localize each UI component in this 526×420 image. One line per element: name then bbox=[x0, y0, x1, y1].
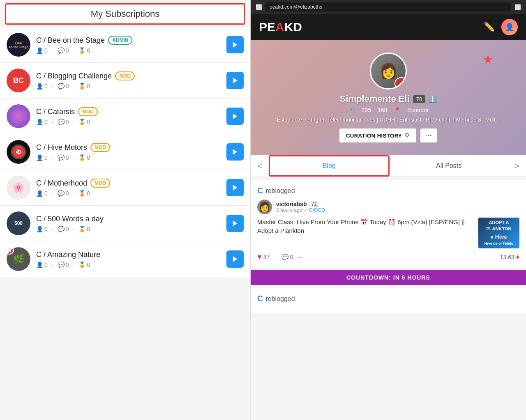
community-item-amazing-nature: 🌿 6 C / Amazing Nature 👤 0 · 💬 bbox=[0, 241, 250, 277]
rewards-count: 0 bbox=[87, 154, 90, 161]
comment-button[interactable]: 💬 0 bbox=[281, 254, 293, 260]
community-stats: 👤 0 · 💬 0 · 🏅 0 bbox=[36, 154, 221, 161]
community-name[interactable]: C / Amazing Nature bbox=[36, 250, 100, 259]
community-name[interactable]: C / Blogging Challenge bbox=[36, 72, 112, 80]
info-icon[interactable]: ℹ️ bbox=[429, 95, 437, 103]
community-info-blogging: C / Blogging Challenge MOD 👤 0 · 💬 0 · bbox=[36, 71, 221, 90]
rewards-stat: 🏅 0 bbox=[78, 119, 90, 125]
profile-avatar[interactable]: 👩 bbox=[370, 53, 407, 90]
community-navigate-button[interactable] bbox=[226, 36, 244, 53]
svg-marker-0 bbox=[233, 42, 238, 48]
comments-icon: 💬 bbox=[58, 190, 65, 197]
community-avatar-bee[interactable]: Bee on the Stage bbox=[7, 33, 30, 57]
ellipsis-icon: ··· bbox=[298, 254, 303, 260]
community-stats: 👤 0 · 💬 0 · 🏅 0 bbox=[36, 226, 221, 232]
svg-marker-4 bbox=[233, 185, 238, 190]
star-decoration: ★ bbox=[483, 53, 493, 66]
comments-stat: 💬 0 bbox=[58, 190, 69, 197]
comments-icon: 💬 bbox=[58, 154, 65, 161]
community-name[interactable]: C / Motherhood bbox=[36, 179, 87, 188]
profile-center: 👩 Simplemente Eli 70 ℹ️ 🔗 295 168 📍 Ecua… bbox=[259, 53, 518, 142]
community-stats: 👤 0 · 💬 0 · 🏅 0 bbox=[36, 262, 221, 268]
rewards-stat: 🏅 0 bbox=[78, 154, 90, 161]
browser-bar: ⬜ peakd.com/@elizabeths ⬜ bbox=[251, 0, 526, 14]
profile-tabs: < Blog All Posts > bbox=[251, 155, 526, 177]
post-community[interactable]: C/OCD bbox=[309, 207, 325, 213]
comments-stat: 💬 0 bbox=[58, 47, 69, 54]
community-navigate-button[interactable] bbox=[226, 72, 244, 89]
location: Ecuador bbox=[407, 107, 429, 113]
members-stat: 👤 0 bbox=[36, 226, 48, 232]
more-actions-button[interactable]: ··· bbox=[298, 254, 303, 260]
community-list: Bee on the Stage C / Bee on the Stage AD… bbox=[0, 27, 250, 420]
peakd-logo: PEAKD bbox=[259, 20, 302, 34]
community-name-row: C / Bee on the Stage ADMIN bbox=[36, 36, 221, 45]
browser-icon: ⬜ bbox=[256, 4, 262, 10]
url-bar[interactable]: peakd.com/@elizabeths bbox=[265, 2, 511, 11]
post-thumbnail[interactable]: ADOPT A PLANKTON ♦ Hive Hive de el Teléf… bbox=[478, 218, 519, 248]
members-stat: 👤 0 bbox=[36, 154, 48, 161]
tab-all-posts[interactable]: All Posts bbox=[390, 156, 508, 175]
comments-count: 0 bbox=[66, 47, 69, 54]
comments-count: 0 bbox=[66, 262, 69, 268]
curation-history-button[interactable]: CURATION HISTORY ♡ bbox=[339, 129, 416, 142]
members-count: 0 bbox=[44, 47, 48, 54]
secondary-avatar bbox=[394, 77, 407, 90]
community-name[interactable]: C / Hive Motors bbox=[36, 143, 87, 152]
community-name-row: C / Amazing Nature bbox=[36, 250, 221, 259]
community-badge: MOD bbox=[90, 179, 110, 188]
members-stat: 👤 0 bbox=[36, 190, 48, 197]
community-avatar-blogging[interactable]: BC bbox=[7, 69, 30, 92]
svg-marker-1 bbox=[233, 78, 238, 83]
more-options-button[interactable]: ··· bbox=[420, 129, 437, 142]
comments-count: 0 bbox=[66, 154, 69, 161]
tab-next-button[interactable]: > bbox=[508, 156, 526, 176]
author-name[interactable]: victoriabsb bbox=[276, 201, 307, 207]
comments-stat: 💬 0 bbox=[58, 226, 69, 232]
community-avatar-500words[interactable]: 500 bbox=[7, 211, 30, 235]
community-avatar-hive-motors[interactable]: ⚙ bbox=[7, 140, 30, 164]
comments-stat: 💬 0 bbox=[58, 262, 69, 268]
like-count: 87 bbox=[263, 254, 270, 260]
reward-amount: 13.63 bbox=[500, 254, 514, 260]
profile-banner: ★ 👩 Simplemente Eli 70 ℹ️ 🔗 295 168 📍 Ec… bbox=[251, 40, 526, 155]
author-avatar[interactable]: 👩 bbox=[257, 200, 272, 214]
community-avatar-motherhood[interactable]: 🌸 bbox=[7, 176, 30, 200]
community-stats: 👤 0 · 💬 0 · 🏅 0 bbox=[36, 83, 221, 90]
community-navigate-button[interactable] bbox=[226, 143, 244, 161]
reblog-icon: C bbox=[257, 186, 263, 195]
edit-icon[interactable]: ✏️ bbox=[484, 22, 495, 32]
community-item-bee: Bee on the Stage C / Bee on the Stage AD… bbox=[0, 27, 250, 63]
tab-prev-button[interactable]: < bbox=[251, 156, 269, 176]
community-name-row: C / Hive Motors MOD bbox=[36, 143, 221, 152]
rewards-icon: 🏅 bbox=[78, 47, 85, 54]
left-panel: My Subscriptions Bee on the Stage C / Be… bbox=[0, 0, 251, 420]
community-navigate-button[interactable] bbox=[226, 108, 244, 125]
svg-marker-3 bbox=[233, 149, 238, 155]
community-avatar-catarsis[interactable] bbox=[7, 104, 30, 128]
svg-marker-6 bbox=[233, 256, 238, 262]
members-icon: 👤 bbox=[36, 83, 43, 90]
community-navigate-button[interactable] bbox=[226, 250, 244, 268]
community-name[interactable]: C / Bee on the Stage bbox=[36, 36, 105, 45]
user-avatar-small[interactable]: 👤 bbox=[501, 19, 518, 35]
community-navigate-button[interactable] bbox=[226, 179, 244, 196]
post-title[interactable]: Master Class: Hive From Your Phone 📅 Tod… bbox=[257, 218, 473, 235]
heart-icon: ♥ bbox=[257, 252, 262, 261]
time-ago: 3 hours ago bbox=[276, 207, 302, 213]
rewards-icon: 🏅 bbox=[78, 154, 85, 161]
community-name[interactable]: C / 500 Words a day bbox=[36, 215, 104, 223]
reblogged-label: C reblogged bbox=[257, 186, 519, 195]
community-stats: 👤 0 · 💬 0 · 🏅 0 bbox=[36, 119, 221, 125]
community-name[interactable]: C / Catarsis bbox=[36, 108, 75, 116]
community-item-motherhood: 🌸 C / Motherhood MOD 👤 0 · 💬 0 bbox=[0, 170, 250, 206]
tab-blog[interactable]: Blog bbox=[269, 155, 390, 177]
curation-btn-label: CURATION HISTORY bbox=[346, 133, 402, 139]
community-avatar-amazing-nature[interactable]: 🌿 6 bbox=[7, 247, 30, 271]
reblogged-label-2: C reblogged bbox=[257, 294, 519, 303]
like-button[interactable]: ♥ 87 bbox=[257, 252, 270, 261]
comments-count: 0 bbox=[66, 83, 69, 90]
community-navigate-button[interactable] bbox=[226, 215, 244, 232]
community-name-row: C / Blogging Challenge MOD bbox=[36, 71, 221, 80]
members-icon: 👤 bbox=[36, 47, 43, 54]
